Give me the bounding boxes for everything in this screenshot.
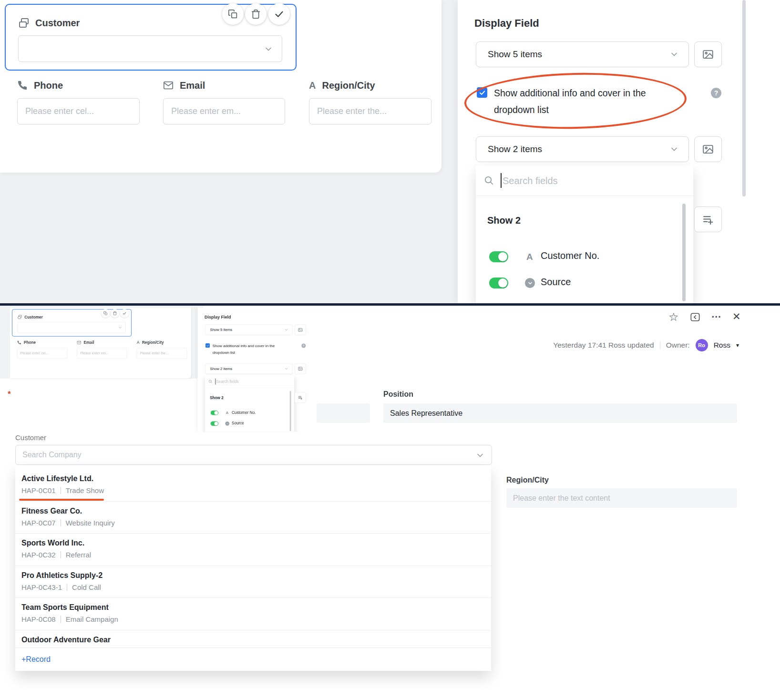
email-field-block: Email — [77, 340, 127, 359]
check-icon — [274, 9, 284, 19]
confirm-field-button[interactable] — [268, 3, 290, 25]
email-input[interactable] — [77, 348, 127, 359]
chevron-down-icon[interactable] — [475, 451, 485, 460]
option-code: HAP-0C01 — [21, 486, 56, 494]
delete-field-button[interactable] — [111, 309, 119, 318]
source-toggle[interactable] — [211, 422, 218, 426]
customer-lookup-label: Customer — [15, 433, 46, 442]
cover-image-button-secondary[interactable] — [694, 136, 722, 162]
region-input[interactable] — [309, 98, 431, 124]
help-icon[interactable]: ? — [711, 88, 721, 98]
phone-field-block: Phone — [17, 79, 140, 124]
option-meta-divider — [61, 551, 61, 558]
show-items-select-primary[interactable]: Show 5 items — [476, 41, 689, 67]
customer-option-row[interactable]: Active Lifestyle Ltd. HAP-0C01 Trade Sho… — [15, 469, 491, 502]
region-input[interactable] — [137, 348, 187, 359]
chevron-down-icon — [285, 367, 288, 371]
cover-image-button-primary[interactable] — [295, 325, 306, 335]
more-options-icon[interactable]: ⋯ — [711, 311, 722, 322]
add-record-button[interactable]: +Record — [15, 648, 491, 671]
customer-no-toggle[interactable] — [489, 251, 508, 262]
option-code: HAP-0C07 — [21, 519, 56, 527]
show-additional-info-checkbox[interactable] — [205, 343, 210, 348]
field-picker-dropdown: Show 2 A Customer No. Source — [205, 375, 294, 432]
region-field-label: Region/City — [322, 80, 375, 91]
email-field-label: Email — [84, 340, 94, 345]
option-source: Website Inquiry — [66, 519, 115, 527]
customer-option-row[interactable]: Team Sports Equipment HAP-0C08 Email Cam… — [15, 598, 491, 630]
customer-no-toggle[interactable] — [211, 411, 218, 415]
phone-input[interactable] — [17, 348, 67, 359]
customer-options-dropdown: Active Lifestyle Ltd. HAP-0C01 Trade Sho… — [15, 465, 491, 671]
option-meta-divider — [67, 584, 67, 591]
builder-zoom-view: Customer Phone Email — [0, 0, 780, 303]
option-source: Cold Call — [72, 583, 101, 591]
customer-field-header: Customer — [18, 17, 80, 29]
text-field-icon: A — [526, 252, 533, 262]
chevron-down-icon — [285, 328, 288, 332]
show-items-select-primary-value: Show 5 items — [210, 328, 232, 332]
customer-field-label: Customer — [24, 315, 42, 319]
empty-field[interactable] — [317, 403, 370, 423]
cover-image-button-secondary[interactable] — [295, 363, 306, 374]
region-field-block: A Region/City — [309, 79, 431, 124]
add-field-list-button[interactable] — [295, 392, 306, 403]
copy-icon — [228, 9, 238, 19]
display-field-title: Display Field — [205, 315, 231, 320]
delete-field-button[interactable] — [245, 3, 267, 25]
owner-label: Owner: — [666, 341, 690, 350]
record-page: Customer Phone Email — [0, 306, 780, 700]
help-icon[interactable]: ? — [301, 343, 306, 348]
owner-avatar[interactable]: Ro — [696, 339, 708, 351]
customer-option-row[interactable]: Pro Athletics Supply-2 HAP-0C43-1 Cold C… — [15, 566, 491, 598]
toggle-field-label: Source — [232, 421, 244, 425]
dropdown-scrollbar[interactable] — [290, 391, 291, 431]
builder-zoom-view-mini: Customer Phone Email — [10, 308, 330, 432]
confirm-field-button[interactable] — [120, 309, 129, 318]
option-meta: HAP-0C07 Website Inquiry — [21, 519, 491, 527]
text-field-icon: A — [309, 80, 316, 91]
region-city-input[interactable] — [506, 488, 737, 508]
show-items-select-secondary[interactable]: Show 2 items — [476, 136, 689, 162]
option-code: HAP-0C43-1 — [21, 583, 62, 591]
customer-option-row[interactable]: Sports World Inc. HAP-0C32 Referral — [15, 534, 491, 566]
copy-field-button[interactable] — [222, 3, 244, 25]
option-company-name: Fitness Gear Co. — [21, 507, 491, 515]
page-scrollbar[interactable] — [742, 0, 746, 196]
option-source: Referral — [66, 551, 91, 559]
field-search-input[interactable] — [216, 378, 282, 385]
option-meta: HAP-0C08 Email Campaign — [21, 615, 491, 623]
customer-option-row[interactable]: Fitness Gear Co. HAP-0C07 Website Inquir… — [15, 502, 491, 534]
check-icon — [123, 311, 127, 316]
show-items-select-primary[interactable]: Show 5 items — [205, 325, 292, 335]
source-toggle[interactable] — [489, 278, 508, 288]
owner-caret-icon[interactable]: ▾ — [736, 342, 739, 349]
phone-input[interactable] — [17, 98, 140, 124]
show-items-select-secondary[interactable]: Show 2 items — [205, 363, 292, 374]
customer-option-row[interactable]: Outdoor Adventure Gear — [15, 630, 491, 648]
cover-image-button-primary[interactable] — [694, 41, 722, 67]
close-icon[interactable]: ✕ — [732, 311, 741, 322]
customer-select[interactable] — [18, 35, 282, 62]
customer-select[interactable] — [18, 322, 126, 333]
position-field[interactable]: Sales Representative — [383, 403, 737, 423]
add-field-list-button[interactable] — [694, 206, 722, 232]
field-search-input[interactable] — [503, 171, 665, 190]
copy-field-button[interactable] — [101, 309, 110, 318]
toggle-field-label: Source — [541, 277, 571, 288]
option-meta-divider — [61, 616, 61, 623]
dropdown-scrollbar[interactable] — [682, 204, 686, 301]
customer-search-input[interactable] — [16, 445, 492, 464]
lookup-field-icon — [18, 17, 30, 29]
email-input[interactable] — [163, 98, 285, 124]
phone-field-label: Phone — [34, 80, 63, 91]
screenshot-root: Customer Phone Email — [0, 0, 780, 700]
email-icon — [163, 80, 174, 91]
expand-panel-icon[interactable] — [690, 312, 700, 324]
option-meta: HAP-0C32 Referral — [21, 551, 491, 559]
phone-field-label-row: Phone — [17, 340, 67, 345]
field-group-label: Show 2 — [210, 396, 224, 400]
chevron-down-icon — [118, 326, 122, 329]
required-marker: * — [8, 390, 11, 399]
star-icon[interactable]: ☆ — [668, 310, 679, 324]
